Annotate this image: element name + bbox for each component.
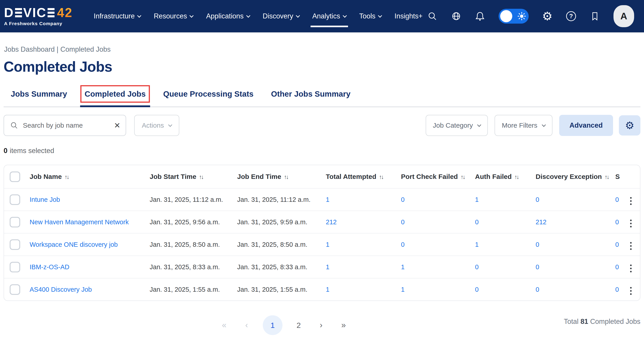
next-page-button[interactable]: › (315, 315, 328, 335)
theme-toggle[interactable] (498, 9, 529, 24)
help-icon[interactable]: ? (566, 11, 576, 21)
auth-failed-link[interactable]: 0 (475, 263, 478, 271)
total-attempted-link[interactable]: 1 (326, 286, 330, 293)
sort-icon[interactable]: ↑↓ (64, 174, 68, 180)
pagination: « ‹ 1 2 › » (218, 315, 350, 335)
job-name-link[interactable]: IBM-z-OS-AD (30, 263, 69, 271)
row-checkbox[interactable] (10, 284, 20, 295)
chevron-down-icon (168, 123, 172, 127)
col-total-attempted[interactable]: Total Attempted↑↓ (322, 173, 397, 181)
row-checkbox[interactable] (10, 217, 20, 227)
bell-icon[interactable] (475, 11, 485, 21)
gear-icon[interactable]: ⚙ (542, 11, 552, 21)
clear-search-icon[interactable]: ✕ (114, 122, 120, 129)
tab-jobs-summary[interactable]: Jobs Summary (11, 85, 67, 106)
job-name-link[interactable]: Workspace ONE discovery job (30, 241, 118, 248)
job-start-time: Jan. 31, 2025, 8:33 a.m. (146, 263, 233, 271)
menu-resources[interactable]: Resources (154, 0, 193, 33)
job-name-link[interactable]: Intune Job (30, 196, 60, 203)
search-icon[interactable] (427, 11, 438, 21)
advanced-button[interactable]: Advanced (559, 115, 613, 136)
port-check-failed-link[interactable]: 1 (401, 263, 404, 271)
discovery-exception-link[interactable]: 0 (536, 196, 539, 203)
table-row: Workspace ONE discovery job Jan. 31, 202… (4, 233, 640, 256)
row-menu-kebab-icon[interactable] (629, 286, 633, 296)
page-1-button[interactable]: 1 (263, 315, 282, 335)
port-check-failed-link[interactable]: 0 (401, 196, 404, 203)
sort-icon[interactable]: ↑↓ (379, 174, 383, 180)
prev-page-button[interactable]: ‹ (240, 315, 253, 335)
row-checkbox[interactable] (10, 262, 20, 272)
bookmark-icon[interactable] (590, 11, 600, 21)
globe-icon[interactable] (451, 11, 461, 21)
tab-queue-processing-stats[interactable]: Queue Processing Stats (163, 85, 254, 106)
menu-tools[interactable]: Tools (359, 0, 382, 33)
col-port-check-failed[interactable]: Port Check Failed↑↓ (397, 173, 471, 181)
sort-icon[interactable]: ↑↓ (284, 174, 288, 180)
menu-infrastructure[interactable]: Infrastructure (94, 0, 141, 33)
menu-discovery[interactable]: Discovery (263, 0, 299, 33)
tab-completed-jobs[interactable]: Completed Jobs (84, 85, 146, 106)
col-s-truncated[interactable]: S (611, 173, 625, 181)
page-title: Completed Jobs (4, 58, 640, 75)
tab-other-jobs-summary[interactable]: Other Jobs Summary (271, 85, 350, 106)
sort-icon[interactable]: ↑↓ (199, 174, 203, 180)
menu-insights-plus[interactable]: Insights+ (394, 0, 422, 33)
discovery-exception-link[interactable]: 212 (536, 218, 546, 226)
sort-icon[interactable]: ↑↓ (514, 174, 518, 180)
total-attempted-link[interactable]: 1 (326, 263, 330, 271)
more-filters-dropdown[interactable]: More Filters (494, 115, 552, 136)
discovery-exception-link[interactable]: 0 (536, 241, 539, 248)
col-auth-failed[interactable]: Auth Failed↑↓ (471, 173, 532, 181)
first-page-button[interactable]: « (218, 315, 230, 335)
s-column-link[interactable]: 0 (615, 196, 619, 203)
total-attempted-link[interactable]: 1 (326, 241, 330, 248)
auth-failed-link[interactable]: 0 (475, 286, 478, 293)
s-column-link[interactable]: 0 (615, 286, 619, 293)
logo-e-icon (48, 8, 54, 17)
row-menu-kebab-icon[interactable] (629, 218, 633, 229)
s-column-link[interactable]: 0 (615, 218, 619, 226)
discovery-exception-link[interactable]: 0 (536, 286, 539, 293)
port-check-failed-link[interactable]: 0 (401, 241, 404, 248)
breadcrumb[interactable]: Jobs Dashboard | Completed Jobs (4, 45, 640, 54)
row-checkbox[interactable] (10, 239, 20, 250)
logo-42: 42 (57, 6, 72, 19)
actions-dropdown[interactable]: Actions (134, 115, 179, 136)
row-menu-kebab-icon[interactable] (629, 196, 633, 206)
col-discovery-exception[interactable]: Discovery Exception↑↓ (532, 173, 611, 181)
job-category-dropdown[interactable]: Job Category (426, 115, 488, 136)
job-name-link[interactable]: AS400 Discovery Job (30, 286, 92, 293)
job-name-link[interactable]: New Haven Management Network (30, 218, 129, 226)
row-menu-kebab-icon[interactable] (629, 263, 633, 274)
sort-icon[interactable]: ↑↓ (460, 174, 464, 180)
select-all-checkbox[interactable] (10, 172, 20, 182)
last-page-button[interactable]: » (337, 315, 350, 335)
col-job-end-time[interactable]: Job End Time↑↓ (233, 173, 322, 181)
job-start-time: Jan. 31, 2025, 9:56 a.m. (146, 218, 233, 226)
total-attempted-link[interactable]: 1 (326, 196, 330, 203)
col-job-start-time[interactable]: Job Start Time↑↓ (146, 173, 233, 181)
auth-failed-link[interactable]: 1 (475, 241, 478, 248)
port-check-failed-link[interactable]: 0 (401, 218, 404, 226)
page-2-button[interactable]: 2 (292, 315, 305, 335)
menu-applications[interactable]: Applications (206, 0, 250, 33)
search-input[interactable] (23, 122, 110, 129)
main-menu: Infrastructure Resources Applications Di… (94, 0, 422, 33)
total-attempted-link[interactable]: 212 (326, 218, 336, 226)
port-check-failed-link[interactable]: 1 (401, 286, 404, 293)
menu-analytics[interactable]: Analytics (312, 0, 346, 33)
device42-logo[interactable]: DVIC42 A Freshworks Company (4, 6, 73, 26)
s-column-link[interactable]: 0 (615, 241, 619, 248)
auth-failed-link[interactable]: 0 (475, 218, 478, 226)
auth-failed-link[interactable]: 1 (475, 196, 478, 203)
sort-icon[interactable]: ↑↓ (604, 174, 608, 180)
selected-count: 0 (4, 147, 8, 155)
s-column-link[interactable]: 0 (615, 263, 619, 271)
row-checkbox[interactable] (10, 194, 20, 205)
row-menu-kebab-icon[interactable] (629, 241, 633, 251)
table-settings-button[interactable]: ⚙ (619, 115, 640, 135)
col-job-name[interactable]: Job Name↑↓ (26, 173, 146, 181)
user-avatar[interactable]: A (614, 5, 634, 27)
discovery-exception-link[interactable]: 0 (536, 263, 539, 271)
